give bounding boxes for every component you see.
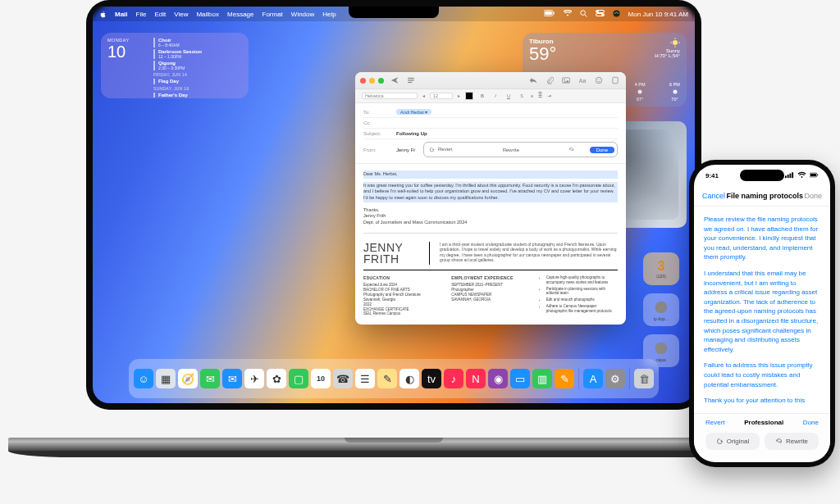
stack-app-1[interactable]: ip App... xyxy=(643,293,679,326)
cc-field-row[interactable]: Cc: xyxy=(363,118,618,129)
menu-message[interactable]: Message xyxy=(227,11,253,18)
dock-notes[interactable]: ✎ xyxy=(377,369,397,388)
calendar-event[interactable]: Flag Day xyxy=(153,79,242,84)
minimize-button[interactable] xyxy=(369,78,375,84)
dock-freeform[interactable]: ◐ xyxy=(399,369,419,388)
font-size-decr-icon[interactable]: ◂ xyxy=(422,93,425,98)
dock-podcasts[interactable]: ◉ xyxy=(488,369,508,388)
wifi-icon[interactable] xyxy=(564,10,572,18)
dock-contacts[interactable]: ☎ xyxy=(333,369,353,388)
phone-cancel-button[interactable]: Cancel xyxy=(702,192,725,200)
dock-numbers[interactable]: ▥ xyxy=(532,369,552,388)
menubar-clock[interactable]: Mon Jun 10 9:41 AM xyxy=(628,11,688,18)
dock-pages[interactable]: ✎ xyxy=(555,369,574,388)
strike-button[interactable]: S xyxy=(518,93,526,98)
subject-value[interactable]: Following Up xyxy=(396,131,427,136)
menubar-app-name[interactable]: Mail xyxy=(115,11,128,18)
dock-appstore[interactable]: A xyxy=(583,369,603,388)
bold-button[interactable]: B xyxy=(478,93,486,98)
calendar-day-of-week: MONDAY xyxy=(107,38,147,43)
phone-original-button[interactable]: Original xyxy=(705,433,760,450)
underline-button[interactable]: U xyxy=(504,93,513,98)
menu-format[interactable]: Format xyxy=(262,11,283,18)
calendar-event[interactable]: Father's Day xyxy=(153,93,242,98)
menu-edit[interactable]: Edit xyxy=(154,11,166,18)
siri-icon[interactable] xyxy=(613,10,620,19)
phone-nav-done-button[interactable]: Done xyxy=(804,192,822,200)
to-field-row[interactable]: To: Andi Herbst ▾ xyxy=(363,107,618,118)
text-color-swatch[interactable] xyxy=(465,92,473,100)
align-button[interactable]: ≡ xyxy=(531,93,533,98)
zoom-button[interactable] xyxy=(378,78,384,84)
to-recipient-pill[interactable]: Andi Herbst ▾ xyxy=(396,109,431,115)
dock-music[interactable]: ♪ xyxy=(444,369,463,388)
reply-button[interactable] xyxy=(527,75,539,86)
menu-window[interactable]: Window xyxy=(291,11,314,18)
refresh-button[interactable] xyxy=(564,146,581,153)
close-button[interactable] xyxy=(360,78,366,84)
dock-trash[interactable]: 🗑 xyxy=(634,369,654,388)
svg-point-21 xyxy=(655,343,668,355)
search-icon[interactable] xyxy=(580,10,587,19)
dock-tv[interactable]: tv xyxy=(422,369,441,388)
list-button[interactable]: ≣ xyxy=(538,93,542,98)
dock-mail[interactable]: ✉ xyxy=(222,369,242,388)
header-toggle-button[interactable] xyxy=(405,75,417,86)
dock-maps[interactable]: ✈ xyxy=(244,369,264,388)
macbook-base xyxy=(8,438,779,451)
battery-icon[interactable] xyxy=(544,10,555,18)
indent-button[interactable]: ⇥ xyxy=(547,93,551,98)
send-button[interactable] xyxy=(389,75,400,86)
undo-icon xyxy=(716,438,724,445)
dock-calendar[interactable]: 10 xyxy=(311,369,331,388)
phone-revert-button[interactable]: Revert xyxy=(705,419,725,426)
calendar-widget[interactable]: MONDAY 10 Choir6 – 8:40AMDarkroom Sessio… xyxy=(101,33,249,98)
dock-keynote[interactable]: ▭ xyxy=(510,369,530,388)
dock-finder[interactable]: ☺ xyxy=(134,369,153,388)
font-size-incr-icon[interactable]: ▸ xyxy=(458,93,460,98)
italic-button[interactable]: I xyxy=(491,93,500,98)
rewrite-button[interactable]: Rewrite xyxy=(498,147,524,153)
dock-launchpad[interactable]: ▦ xyxy=(156,369,176,388)
control-center-icon[interactable] xyxy=(596,10,605,18)
calendar-event[interactable]: Choir6 – 8:40AM xyxy=(153,38,242,48)
iphone-screen: 9:41 Cancel File naming protocols Done P… xyxy=(694,165,830,462)
svg-point-29 xyxy=(600,79,600,80)
calendar-event[interactable]: Qigong2:30 – 3:30PM xyxy=(153,61,242,70)
weather-hilo: H:70° L:54° xyxy=(655,53,680,58)
photo-button[interactable] xyxy=(560,75,572,86)
phone-done-button[interactable]: Done xyxy=(803,419,819,426)
weather-hour: 4 PM67° xyxy=(635,82,646,102)
done-button[interactable]: Done xyxy=(590,147,614,153)
from-field-row[interactable]: From: Jenny Fr Revert Rewrite xyxy=(363,139,618,160)
wifi-icon xyxy=(797,170,806,181)
share-button[interactable] xyxy=(609,75,621,86)
compose-body[interactable]: Dear Ms. Herbst, It was great meeting yo… xyxy=(355,164,626,325)
emoji-button[interactable] xyxy=(593,75,605,86)
menu-mailbox[interactable]: Mailbox xyxy=(196,11,219,18)
subject-field-row[interactable]: Subject: Following Up xyxy=(363,129,618,139)
dock-safari[interactable]: 🧭 xyxy=(178,369,198,388)
apple-logo-icon[interactable] xyxy=(99,11,107,18)
svg-rect-30 xyxy=(613,77,618,84)
dock-facetime[interactable]: ▢ xyxy=(289,369,308,388)
dock-messages[interactable]: ✉ xyxy=(200,369,220,388)
menu-view[interactable]: View xyxy=(174,11,188,18)
dock-settings[interactable]: ⚙ xyxy=(605,369,625,388)
phone-email-body[interactable]: Please review the file naming protocols … xyxy=(694,207,830,407)
dock-news[interactable]: N xyxy=(466,369,486,388)
stack-app-2-label: nique xyxy=(656,357,666,362)
menu-file[interactable]: File xyxy=(136,11,147,18)
iphone: 9:41 Cancel File naming protocols Done P… xyxy=(689,160,835,467)
text-format-button[interactable]: Aa xyxy=(577,75,588,86)
phone-rewrite-button[interactable]: Rewrite xyxy=(765,433,819,450)
attach-button[interactable] xyxy=(544,75,555,86)
menu-help[interactable]: Help xyxy=(322,11,336,18)
dock-reminders[interactable]: ☰ xyxy=(355,369,375,388)
revert-button[interactable]: Revert xyxy=(424,146,457,153)
stack-documents[interactable]: 3 (120) xyxy=(643,252,679,285)
calendar-event[interactable]: Darkroom Session12 – 1:30PM xyxy=(153,49,242,59)
dock-photos[interactable]: ✿ xyxy=(267,369,286,388)
font-family-select[interactable]: Helvetica xyxy=(362,93,418,99)
font-size-field[interactable]: 12 xyxy=(430,93,453,99)
